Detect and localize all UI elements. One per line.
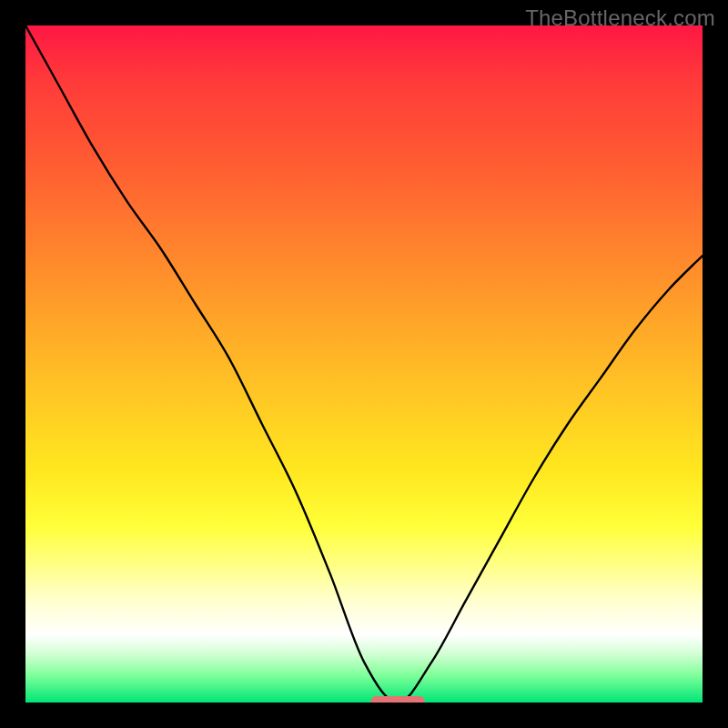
bottleneck-curve-path xyxy=(25,25,703,703)
watermark-text: TheBottleneck.com xyxy=(525,5,715,31)
bottleneck-chart xyxy=(25,25,703,703)
minimum-marker xyxy=(370,696,425,703)
chart-svg xyxy=(25,25,703,703)
